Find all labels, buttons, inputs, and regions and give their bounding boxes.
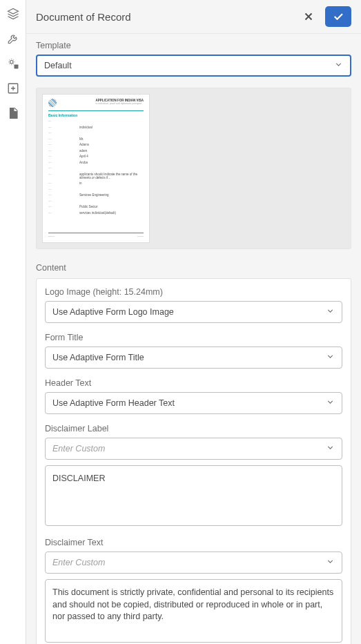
disclaimer-label-label: Disclaimer Label <box>45 424 342 433</box>
form-title-select[interactable]: Use Adaptive Form Title <box>45 347 342 369</box>
logo-image-value: Use Adaptive Form Logo Image <box>52 307 174 317</box>
add-panel-icon[interactable] <box>6 81 20 95</box>
left-rail <box>0 0 26 644</box>
preview-row: —Public Sector <box>48 205 144 208</box>
confirm-button[interactable] <box>325 6 351 27</box>
preview-row: —Aruba <box>48 161 144 164</box>
chevron-down-icon <box>334 60 343 71</box>
wrench-icon[interactable] <box>6 32 20 46</box>
form-title-label: Form Title <box>45 333 342 342</box>
preview-row: —Services Engineering <box>48 193 144 197</box>
disclaimer-label-placeholder: Enter Custom <box>52 444 105 453</box>
content-box: Logo Image (height: 15.24mm) Use Adaptiv… <box>36 278 351 644</box>
form-title-value: Use Adaptive Form Title <box>52 353 144 362</box>
template-preview: APPLICATION FOR INDIAN VISA to individua… <box>36 88 351 249</box>
svg-point-0 <box>10 61 13 64</box>
main-panel: Document of Record Template Default <box>26 0 361 644</box>
panel-title: Document of Record <box>36 11 297 23</box>
chevron-down-icon <box>326 443 335 454</box>
panel-header: Document of Record <box>26 0 361 34</box>
chevron-down-icon <box>326 306 335 318</box>
header-text-label: Header Text <box>45 378 342 388</box>
gear-badge-icon[interactable] <box>6 57 20 70</box>
close-button[interactable] <box>297 6 320 28</box>
preview-row: — <box>48 166 144 170</box>
chevron-down-icon <box>326 557 335 568</box>
preview-row: — <box>48 119 144 123</box>
disclaimer-text-select[interactable]: Enter Custom <box>45 552 342 574</box>
preview-row: —April 4 <box>48 155 144 158</box>
preview-row: —individual <box>48 126 144 129</box>
preview-section-title: Basic Information <box>48 113 144 117</box>
preview-row: —Mr. <box>48 137 144 141</box>
header-text-value: Use Adaptive Form Header Text <box>52 398 175 408</box>
disclaimer-label-select[interactable]: Enter Custom <box>45 438 342 460</box>
preview-row: —applicants should indicate the name of … <box>48 173 144 179</box>
svg-rect-1 <box>14 65 18 69</box>
template-select[interactable]: Default <box>36 55 351 77</box>
preview-row: — <box>48 199 144 203</box>
disclaimer-text-textarea[interactable] <box>45 579 342 643</box>
preview-row: —adam <box>48 149 144 153</box>
template-value: Default <box>44 61 72 70</box>
logo-image-select[interactable]: Use Adaptive Form Logo Image <box>45 301 342 323</box>
chevron-down-icon <box>326 398 335 409</box>
preview-row: —in <box>48 182 144 185</box>
header-text-select[interactable]: Use Adaptive Form Header Text <box>45 392 342 414</box>
disclaimer-text-label: Disclaimer Text <box>45 538 342 547</box>
preview-doc-subtitle: to individual, proof and diplomatic pass… <box>96 102 144 105</box>
preview-row: — <box>48 131 144 135</box>
template-label: Template <box>36 41 351 50</box>
content-section-label: Content <box>26 260 361 278</box>
disclaimer-label-textarea[interactable] <box>45 465 342 526</box>
preview-page: APPLICATION FOR INDIAN VISA to individua… <box>42 94 150 243</box>
logo-image-label: Logo Image (height: 15.24mm) <box>45 287 342 297</box>
preview-row: —Adams <box>48 143 144 146</box>
preview-row: — <box>48 188 144 191</box>
preview-logo <box>48 99 57 107</box>
pdf-icon[interactable] <box>6 106 20 120</box>
disclaimer-text-placeholder: Enter Custom <box>52 558 105 567</box>
layers-icon[interactable] <box>6 7 20 21</box>
chevron-down-icon <box>326 352 335 363</box>
preview-row: —services individual(default) <box>48 211 144 215</box>
